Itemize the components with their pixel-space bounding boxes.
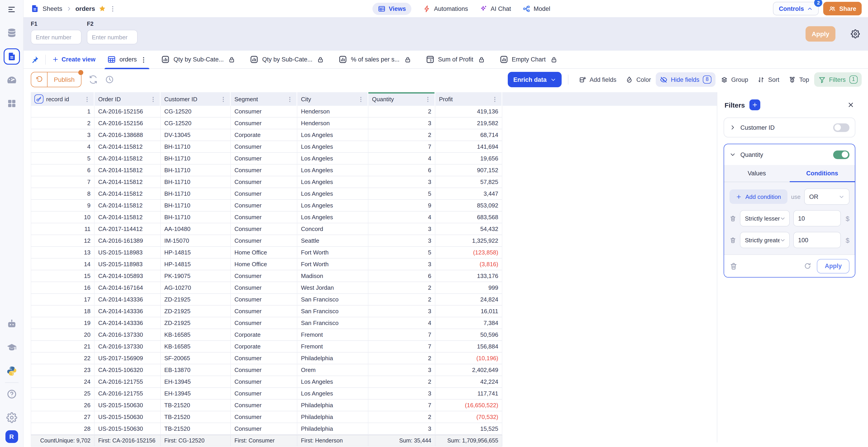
cell-quantity[interactable]: 3 [368,423,435,435]
cell-customer-id[interactable]: BH-11710 [161,141,231,153]
cell-customer-id[interactable]: TB-21520 [161,400,231,411]
cell-segment[interactable]: Corporate [231,329,297,341]
cell-record-id[interactable]: 6 [31,165,95,176]
cell-record-id[interactable]: 14 [31,259,95,270]
cell-segment[interactable]: Consumer [231,106,297,117]
cell-order-id[interactable]: CA-2014-115812 [95,200,161,211]
cell-order-id[interactable]: CA-2016-121755 [95,388,161,400]
cell-customer-id[interactable]: BH-11710 [161,176,231,188]
cell-quantity[interactable]: 2 [368,106,435,117]
cell-quantity[interactable]: 2 [368,282,435,294]
cell-customer-id[interactable]: ZD-21925 [161,317,231,329]
filter-card-customer-id[interactable]: Customer ID [724,117,855,137]
currency-toggle[interactable]: $ [846,214,849,222]
quantity-toggle[interactable] [833,150,849,159]
toolbar-button[interactable]: Hide fields 8 [656,72,715,87]
cell-profit[interactable]: 133,176 [435,270,502,282]
column-header-order-id[interactable]: Order ID ⋮ [95,92,161,106]
cell-segment[interactable]: Home Office [231,247,297,259]
cell-profit[interactable]: 117,741 [435,388,502,400]
cell-segment[interactable]: Consumer [231,200,297,211]
grid4-icon[interactable] [6,98,17,109]
cell-order-id[interactable]: CA-2016-137330 [95,329,161,341]
table-row[interactable]: 15 CA-2014-105893 PK-19075 Consumer Madi… [31,270,502,282]
view-tab[interactable]: $ Sum of Profit [423,50,488,68]
cell-city[interactable]: Concord [297,223,368,235]
cell-customer-id[interactable]: SF-20065 [161,352,231,364]
cell-segment[interactable]: Consumer [231,211,297,223]
table-row[interactable]: 12 CA-2016-161389 IM-15070 Consumer Seat… [31,235,502,247]
cell-order-id[interactable]: CA-2014-143336 [95,317,161,329]
cell-city[interactable]: Los Angeles [297,200,368,211]
cell-profit[interactable]: 7,384 [435,317,502,329]
cell-city[interactable]: Los Angeles [297,376,368,388]
summary-segment[interactable]: First: Consumer [231,435,297,447]
summary-city[interactable]: First: Henderson [297,435,368,447]
cell-record-id[interactable]: 8 [31,188,95,200]
cell-profit[interactable]: 999 [435,282,502,294]
view-tab[interactable]: orders ⋮ [104,50,150,68]
tab-conditions[interactable]: Conditions [789,165,855,182]
undo-icon[interactable] [31,72,48,87]
table-row[interactable]: 16 CA-2014-167164 AG-10270 Consumer West… [31,282,502,294]
gauge-icon[interactable] [6,75,17,85]
robot-icon[interactable] [6,319,17,330]
gear-icon[interactable] [851,29,860,38]
table-row[interactable]: 26 US-2015-150630 TB-21520 Consumer Phil… [31,400,502,411]
column-header-record-id[interactable]: record id ⋮ [31,92,95,106]
column-header-quantity[interactable]: Quantity ⋮ [368,92,435,106]
cell-record-id[interactable]: 18 [31,306,95,317]
cell-record-id[interactable]: 24 [31,376,95,388]
cell-quantity[interactable]: 7 [368,141,435,153]
cell-record-id[interactable]: 15 [31,270,95,282]
create-view-button[interactable]: Create view [52,56,95,63]
cell-profit[interactable]: 683,568 [435,211,502,223]
cell-city[interactable]: Fort Worth [297,259,368,270]
history-icon[interactable] [105,75,114,84]
cell-record-id[interactable]: 19 [31,317,95,329]
cell-quantity[interactable]: 5 [368,247,435,259]
summary-record-id[interactable]: CountUnique: 9,702 [31,435,95,447]
cell-segment[interactable]: Consumer [231,294,297,306]
database-icon[interactable] [6,28,17,38]
cell-quantity[interactable]: 3 [368,306,435,317]
table-row[interactable]: 25 CA-2016-121755 EH-13945 Consumer Los … [31,388,502,400]
cell-customer-id[interactable]: EB-13870 [161,364,231,376]
cell-quantity[interactable]: 6 [368,270,435,282]
cell-order-id[interactable]: CA-2014-143336 [95,306,161,317]
table-row[interactable]: 9 CA-2014-115812 BH-11710 Consumer Los A… [31,200,502,211]
cell-profit[interactable]: 19,656 [435,153,502,165]
share-button[interactable]: Share [824,2,862,15]
publish-button[interactable]: Publish [31,72,82,87]
cell-record-id[interactable]: 26 [31,400,95,411]
number-input[interactable] [87,30,137,44]
join-operator-select[interactable]: OR [804,188,849,205]
cell-profit[interactable]: (10,196) [435,352,502,364]
cell-record-id[interactable]: 21 [31,341,95,352]
cell-profit[interactable]: (70,532) [435,411,502,423]
cell-segment[interactable]: Consumer [231,364,297,376]
table-row[interactable]: 6 CA-2014-115812 BH-11710 Consumer Los A… [31,165,502,176]
cell-quantity[interactable]: 2 [368,352,435,364]
cell-quantity[interactable]: 3 [368,176,435,188]
cell-city[interactable]: Henderson [297,106,368,117]
cell-city[interactable]: Los Angeles [297,129,368,141]
cell-profit[interactable]: 57,825 [435,176,502,188]
cell-city[interactable]: Los Angeles [297,153,368,165]
cell-city[interactable]: Los Angeles [297,388,368,400]
cell-record-id[interactable]: 16 [31,282,95,294]
cell-record-id[interactable]: 17 [31,294,95,306]
table-row[interactable]: 19 CA-2014-143336 ZD-21925 Consumer San … [31,317,502,329]
cell-segment[interactable]: Consumer [231,153,297,165]
cell-profit[interactable]: 1,325,922 [435,235,502,247]
cell-city[interactable]: Madison [297,270,368,282]
cell-order-id[interactable]: US-2015-118983 [95,259,161,270]
cell-record-id[interactable]: 27 [31,411,95,423]
breadcrumb-menu-icon[interactable]: ⋮ [110,5,116,12]
cell-order-id[interactable]: CA-2014-105893 [95,270,161,282]
cell-segment[interactable]: Home Office [231,259,297,270]
cell-segment[interactable]: Consumer [231,388,297,400]
column-menu-icon[interactable]: ⋮ [150,96,156,102]
cell-customer-id[interactable]: KB-16585 [161,341,231,352]
cell-customer-id[interactable]: CG-12520 [161,106,231,117]
